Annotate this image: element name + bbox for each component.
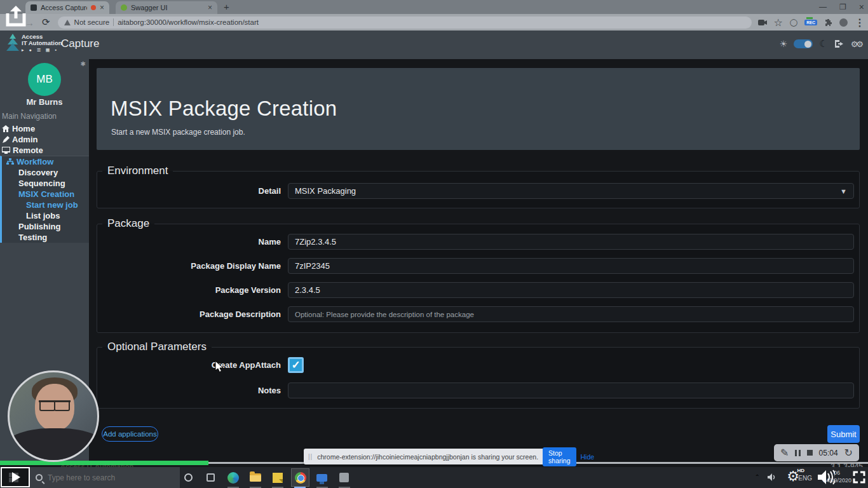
optional-parameters-legend: Optional Parameters bbox=[102, 341, 212, 353]
stop-icon[interactable] bbox=[807, 450, 812, 456]
notes-field[interactable] bbox=[288, 383, 854, 398]
nav-label: Admin bbox=[12, 135, 37, 144]
tab-close-icon[interactable]: × bbox=[208, 4, 212, 11]
rec-extension-icon[interactable]: REC bbox=[804, 20, 817, 25]
remote-desktop-icon[interactable] bbox=[315, 471, 329, 484]
theme-toggle[interactable] bbox=[794, 39, 813, 48]
user-avatar: MB bbox=[28, 63, 61, 96]
sidebar-item-start-new-job[interactable]: Start new job bbox=[2, 200, 89, 210]
detail-select[interactable]: MSIX Packaging ▼ bbox=[288, 183, 854, 199]
address-bar[interactable]: Not secure aitaborg:30000/workflow/msix-… bbox=[58, 17, 752, 29]
page-subtitle: Start a new MSIX package creation job. bbox=[111, 128, 245, 137]
file-explorer-icon[interactable] bbox=[248, 471, 262, 484]
swagger-favicon bbox=[121, 4, 127, 11]
search-icon bbox=[36, 474, 43, 481]
language-indicator[interactable]: ENG bbox=[798, 475, 812, 482]
screen-capture-icon[interactable] bbox=[758, 19, 767, 26]
stop-sharing-button[interactable]: Stop sharing bbox=[543, 447, 576, 466]
extension-circle-icon[interactable]: ◯ bbox=[790, 18, 797, 27]
sidebar-item-publishing[interactable]: Publishing bbox=[2, 221, 89, 232]
header-actions: ☀ ☾ ⚙⚙ bbox=[780, 38, 862, 50]
sidebar-item-admin[interactable]: Admin bbox=[0, 134, 89, 145]
app-header: Access IT Automation ▸ ● ☰ ▦ ▪ Capture ☀… bbox=[0, 30, 868, 59]
toggle-knob bbox=[804, 41, 811, 48]
sticky-notes-icon[interactable] bbox=[271, 471, 284, 484]
nav-label: Testing bbox=[18, 233, 47, 242]
mouse-cursor bbox=[215, 360, 224, 373]
reload-icon[interactable]: ⟳ bbox=[42, 17, 50, 28]
sidebar-item-sequencing[interactable]: Sequencing bbox=[2, 178, 89, 189]
remote-monitor-icon bbox=[2, 147, 10, 154]
description-field[interactable] bbox=[288, 306, 854, 322]
sidebar-item-list-jobs[interactable]: List jobs bbox=[2, 210, 89, 221]
restart-icon[interactable]: ↻ bbox=[844, 447, 853, 459]
window-controls: — ❐ × bbox=[819, 0, 864, 14]
tab-close-icon[interactable]: × bbox=[100, 4, 104, 11]
browser-tab-strip: Access Capture × Swagger UI × + — ❐ × bbox=[0, 0, 868, 14]
nav-list: Home Admin Remote Workflow Discovery Seq… bbox=[0, 123, 89, 243]
tray-volume-icon[interactable] bbox=[768, 473, 776, 481]
tab-swagger-ui[interactable]: Swagger UI × bbox=[116, 1, 217, 14]
display-name-field[interactable] bbox=[288, 258, 854, 274]
nav-section-label: Main Navigation bbox=[2, 112, 57, 121]
package-legend: Package bbox=[102, 217, 154, 230]
nav-label: Discovery bbox=[18, 168, 58, 177]
edge-icon[interactable] bbox=[226, 471, 240, 484]
sidebar-item-discovery[interactable]: Discovery bbox=[2, 167, 89, 178]
notepad-icon[interactable] bbox=[337, 471, 351, 484]
bookmark-star-icon[interactable]: ☆ bbox=[774, 17, 783, 29]
tab-title: Swagger UI bbox=[131, 4, 204, 11]
dark-mode-icon[interactable]: ☾ bbox=[819, 38, 827, 50]
annotate-pencil-icon[interactable]: ✎ bbox=[780, 447, 789, 459]
nav-label: Publishing bbox=[18, 222, 60, 231]
light-mode-icon[interactable]: ☀ bbox=[780, 39, 788, 49]
version-field[interactable] bbox=[288, 282, 854, 298]
tab-access-capture[interactable]: Access Capture × bbox=[25, 1, 109, 14]
name-label: Name bbox=[97, 237, 288, 247]
chevron-down-icon: ▼ bbox=[840, 187, 847, 195]
sidebar-item-msix-creation[interactable]: MSIX Creation bbox=[2, 189, 89, 200]
product-title: Capture bbox=[61, 37, 99, 50]
video-progress-fill[interactable] bbox=[0, 461, 208, 465]
create-appattach-checkbox[interactable]: ✓ bbox=[288, 357, 304, 373]
home-icon bbox=[2, 125, 10, 132]
sidebar-item-remote[interactable]: Remote bbox=[0, 145, 89, 156]
drag-handle-icon[interactable]: || bbox=[308, 453, 313, 460]
cortana-icon[interactable] bbox=[182, 471, 195, 484]
sidebar-item-home[interactable]: Home bbox=[0, 123, 89, 134]
logo-mini-icons: ▸ ● ☰ ▦ ▪ bbox=[22, 48, 58, 53]
minimize-button[interactable]: — bbox=[819, 3, 827, 11]
new-tab-button[interactable]: + bbox=[224, 1, 229, 12]
sidebar-item-workflow[interactable]: Workflow bbox=[2, 156, 89, 167]
logout-icon[interactable] bbox=[834, 39, 844, 48]
extensions-puzzle-icon[interactable] bbox=[824, 18, 832, 27]
webcam-overlay bbox=[8, 370, 99, 462]
submit-button[interactable]: Submit bbox=[827, 425, 860, 443]
environment-section: Environment Detail MSIX Packaging ▼ bbox=[97, 165, 860, 208]
add-applications-button[interactable]: Add applications bbox=[102, 426, 158, 442]
share-overlay-icon[interactable] bbox=[5, 4, 29, 27]
pin-sidebar-icon[interactable]: ✱ bbox=[81, 60, 86, 67]
video-play-button[interactable] bbox=[1, 467, 30, 487]
profile-avatar-icon[interactable] bbox=[839, 18, 848, 27]
taskbar-search[interactable] bbox=[30, 467, 180, 488]
menu-dots-icon[interactable]: ⋮ bbox=[855, 17, 865, 29]
pause-icon[interactable] bbox=[795, 450, 801, 456]
detail-value: MSIX Packaging bbox=[295, 186, 356, 196]
workflow-submenu: Workflow Discovery Sequencing MSIX Creat… bbox=[0, 156, 89, 243]
fullscreen-icon[interactable] bbox=[853, 471, 865, 484]
nav-label: Remote bbox=[13, 146, 43, 155]
tray-chevron-icon[interactable]: ⌃ bbox=[755, 473, 760, 480]
name-field[interactable] bbox=[288, 234, 854, 250]
task-view-icon[interactable] bbox=[204, 471, 217, 484]
restore-button[interactable]: ❐ bbox=[839, 3, 846, 11]
chrome-icon[interactable] bbox=[291, 468, 309, 487]
hide-link[interactable]: Hide bbox=[581, 453, 595, 461]
services-icon[interactable]: ⚙⚙ bbox=[851, 39, 862, 49]
url-text: aitaborg:30000/workflow/msix-creation/st… bbox=[118, 18, 259, 26]
search-input[interactable] bbox=[48, 473, 174, 482]
nav-label: Start new job bbox=[26, 200, 78, 210]
close-button[interactable]: × bbox=[859, 2, 864, 12]
sidebar-item-testing[interactable]: Testing bbox=[2, 232, 89, 243]
player-volume-icon[interactable] bbox=[817, 470, 835, 485]
